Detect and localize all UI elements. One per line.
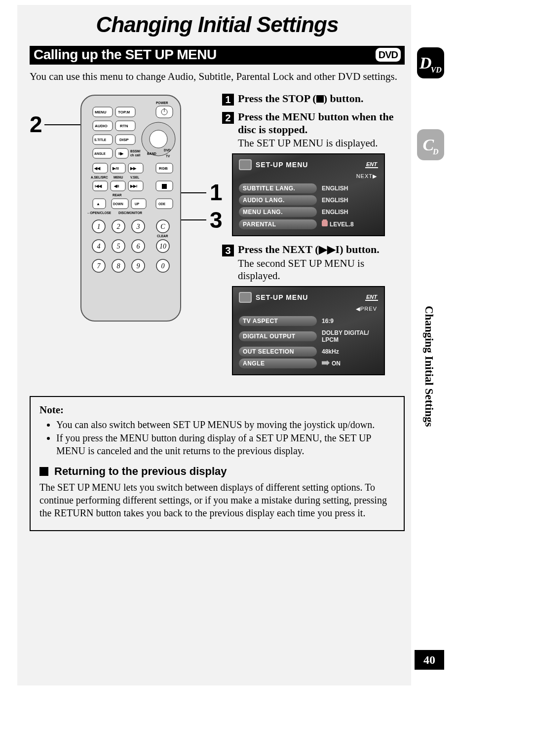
step-text: Press the STOP ( — [238, 92, 316, 105]
svg-text:DOWN: DOWN — [113, 202, 123, 206]
steps-column: 1 Press the STOP () button. 2 Press the … — [222, 92, 405, 382]
osd-label: MENU LANG. — [239, 207, 317, 217]
osd-title: SET-UP MENU — [256, 293, 361, 301]
remote-illustration: MENU TOP.M POWER AUDIO RTN S.TITLE DISP — [78, 92, 199, 324]
note-list: You can also switch between SET UP MENUS… — [56, 418, 395, 457]
osd-value: ENGLISH — [320, 207, 378, 217]
stop-icon — [316, 95, 324, 103]
osd-value: 48kHz — [320, 347, 378, 357]
svg-text:I◀◀: I◀◀ — [95, 184, 102, 188]
svg-text:◀II: ◀II — [114, 184, 119, 188]
svg-text:9: 9 — [137, 262, 140, 270]
svg-text:REAR: REAR — [113, 193, 122, 197]
step-3: 3 Press the NEXT (▶▶I) button. — [222, 243, 405, 256]
svg-text:2: 2 — [117, 223, 120, 230]
step-body: The SET UP MENU is displayed. — [238, 137, 405, 149]
svg-text:▶▶I: ▶▶I — [130, 184, 137, 188]
svg-text:TV: TV — [166, 154, 170, 158]
osd-row: TV ASPECT16:9 — [236, 315, 381, 327]
osd-row: ANGLEON — [236, 358, 381, 369]
svg-text:7: 7 — [97, 262, 101, 270]
tab-dvd-sub: VD — [431, 66, 442, 74]
osd-label: TV ASPECT — [239, 316, 317, 326]
sub-heading: Returning to the previous display — [39, 465, 395, 478]
note-box: Note: You can also switch between SET UP… — [30, 396, 405, 531]
svg-point-14 — [150, 130, 167, 148]
step-text: ) button. — [324, 92, 364, 105]
callout-2: 2 — [30, 111, 42, 138]
tab-cd-sub: D — [433, 147, 439, 156]
svg-text:4: 4 — [97, 243, 101, 250]
svg-text:▶/II: ▶/II — [112, 166, 119, 171]
svg-text:AUDIO: AUDIO — [95, 124, 108, 128]
svg-text:V.SEL: V.SEL — [130, 176, 139, 179]
step-1: 1 Press the STOP () button. — [222, 92, 405, 106]
osd-value-text: ENGLISH — [322, 197, 348, 204]
svg-text:TOP.M: TOP.M — [118, 110, 130, 114]
osd-tv-icon — [239, 292, 252, 303]
step-number-icon: 2 — [222, 112, 234, 124]
side-section-label: Changing Initial Settings — [422, 306, 435, 427]
osd-next-label: NEXT▶ — [236, 172, 381, 182]
callout-1: 1 — [210, 179, 223, 206]
step-heading: Press the MENU button when the disc is s… — [238, 110, 405, 136]
svg-text:RTN: RTN — [120, 124, 128, 128]
svg-text:0: 0 — [161, 262, 165, 270]
osd-row: OUT SELECTION48kHz — [236, 346, 381, 358]
svg-text:S.TITLE: S.TITLE — [94, 138, 107, 142]
tab-dvd: D VD — [417, 47, 444, 78]
osd-row: DIGITAL OUTPUTDOLBY DIGITAL/ LPCM — [236, 327, 381, 346]
osd-title: SET-UP MENU — [256, 161, 361, 169]
svg-text:ANGLE: ANGLE — [94, 152, 106, 155]
dvd-badge-text: DVD — [378, 49, 399, 61]
intro-text: You can use this menu to change Audio, S… — [30, 70, 405, 83]
svg-text:↔OPEN/CLOSE: ↔OPEN/CLOSE — [87, 211, 112, 215]
osd-row: SUBTITLE LANG.ENGLISH — [236, 182, 381, 194]
section-bar: Calling up the SET UP MENU DVD — [30, 46, 405, 65]
svg-text:II▶: II▶ — [118, 151, 124, 156]
osd-label: AUDIO LANG. — [239, 195, 317, 205]
svg-text:DISC/MONITOR: DISC/MONITOR — [118, 211, 142, 215]
step-heading: Press the STOP () button. — [238, 92, 363, 106]
osd-row: MENU LANG.ENGLISH — [236, 206, 381, 218]
osd-value-text: DOLBY DIGITAL/ LPCM — [322, 329, 376, 343]
callout-3: 3 — [210, 207, 223, 233]
camera-icon — [322, 360, 330, 367]
osd-value-text: ENGLISH — [322, 209, 348, 216]
step-text: Press the NEXT ( — [238, 243, 319, 255]
note-item: If you press the MENU button during disp… — [56, 432, 395, 457]
svg-text:3: 3 — [136, 223, 140, 230]
osd-value: 16:9 — [320, 316, 378, 326]
svg-text:BSSM/: BSSM/ — [130, 149, 141, 153]
note-title: Note: — [39, 404, 395, 416]
osd-value-text: ON — [332, 360, 341, 367]
osd-value: LEVEL.8 — [320, 219, 378, 229]
svg-text:C: C — [160, 223, 165, 230]
osd-row: PARENTALLEVEL.8 — [236, 218, 381, 230]
svg-text:◀◀: ◀◀ — [94, 166, 101, 171]
svg-text:DVD: DVD — [164, 148, 171, 152]
svg-text:ODE: ODE — [158, 202, 166, 206]
note-item: You can also switch between SET UP MENUS… — [56, 418, 395, 431]
svg-text:POWER: POWER — [156, 101, 168, 105]
svg-text:DISP: DISP — [119, 138, 129, 142]
svg-text:A.SEL/SRC: A.SEL/SRC — [91, 176, 108, 179]
step-number-icon: 3 — [222, 245, 234, 256]
tab-cd-big: C — [422, 137, 434, 153]
osd-value-text: 16:9 — [322, 318, 334, 324]
svg-text:5: 5 — [117, 243, 120, 250]
svg-text:BAND: BAND — [147, 152, 156, 155]
step-body: The second SET UP MENU is displayed. — [238, 257, 405, 282]
svg-text:8: 8 — [117, 262, 120, 270]
osd-value: ENGLISH — [320, 195, 378, 205]
svg-text:MENU: MENU — [95, 110, 107, 114]
step-2: 2 Press the MENU button when the disc is… — [222, 110, 405, 136]
svg-text:RGB: RGB — [159, 166, 168, 171]
osd-label: ANGLE — [239, 359, 317, 368]
osd-value: ON — [320, 359, 378, 368]
step-text: ) button. — [340, 243, 380, 255]
svg-text:10: 10 — [159, 243, 166, 250]
svg-text:▲: ▲ — [96, 202, 100, 206]
svg-text:UP: UP — [135, 202, 140, 206]
svg-rect-46 — [162, 184, 167, 189]
